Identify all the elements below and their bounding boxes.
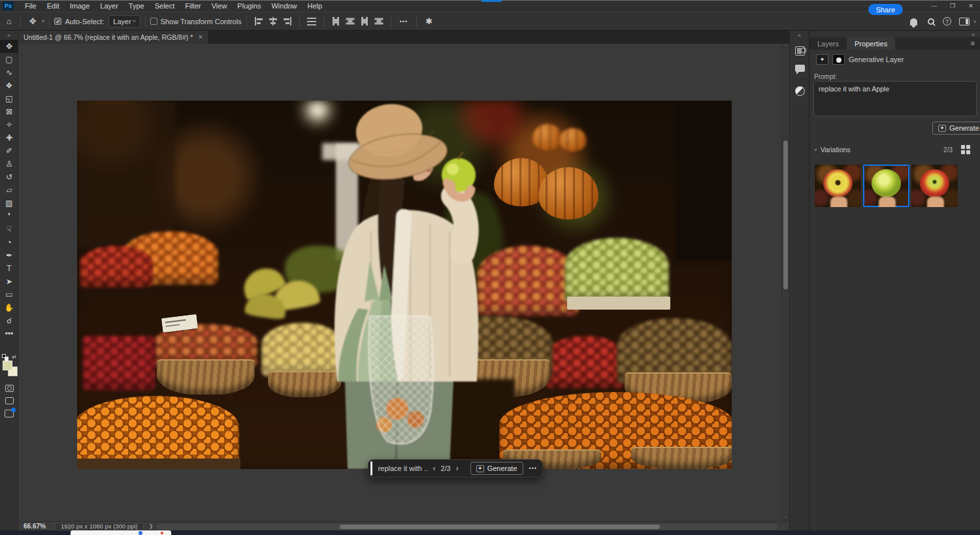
edit-in-app-button[interactable] <box>0 407 18 419</box>
tool-button[interactable]: ➤ <box>0 275 18 288</box>
menu-item[interactable]: View <box>207 1 232 11</box>
tab-layers[interactable]: Layers <box>809 37 847 50</box>
auto-select-checkbox[interactable]: ✓ <box>54 18 61 25</box>
tool-button[interactable]: ∿ <box>0 66 18 79</box>
document-tab[interactable]: Untitled-1 @ 66.7% (replace it with an A… <box>18 31 209 44</box>
prompt-textarea[interactable]: replace it with an Apple <box>813 81 977 116</box>
menu-item[interactable]: File <box>20 1 41 11</box>
menu-item[interactable]: Type <box>124 1 149 11</box>
tool-button[interactable]: ▭ <box>0 288 18 301</box>
gear-icon[interactable]: ✱ <box>421 16 436 26</box>
comments-panel-button[interactable] <box>790 59 809 76</box>
canvas-image[interactable] <box>77 101 732 469</box>
panel-menu-icon[interactable]: ≡ <box>971 39 975 47</box>
tool-button[interactable]: ✐ <box>0 144 18 157</box>
screen-mode-button[interactable] <box>0 395 18 407</box>
canvas-area[interactable] <box>18 44 789 521</box>
more-options-icon[interactable]: ••• <box>529 465 537 472</box>
tool-button[interactable]: ❖ <box>0 79 18 92</box>
distribute-left-icon[interactable] <box>331 17 340 25</box>
tool-button[interactable]: ◔ <box>0 236 18 249</box>
align-right-icon[interactable] <box>283 17 292 25</box>
tool-button[interactable]: ☌ <box>0 314 18 327</box>
distribute-right-icon[interactable] <box>360 17 369 25</box>
home-icon[interactable]: ⌂ <box>3 16 16 26</box>
auto-select-target-dropdown[interactable]: Layer ˅ <box>108 15 140 27</box>
swap-colors-icon[interactable]: ⇄ <box>12 354 16 360</box>
help-icon[interactable]: ? <box>943 17 951 25</box>
workspace-panel-icon[interactable] <box>959 18 970 25</box>
notifications-bell-icon[interactable] <box>910 18 917 25</box>
variations-header[interactable]: ˅ Variations 2/3 <box>814 146 976 154</box>
restore-button[interactable]: ❐ <box>943 0 962 12</box>
close-button[interactable]: ✕ <box>962 0 980 12</box>
drag-handle[interactable] <box>370 461 372 476</box>
tool-button[interactable]: ✚ <box>0 131 18 144</box>
history-panel-button[interactable] <box>790 42 809 59</box>
zoom-level[interactable]: 66.67% <box>24 523 46 530</box>
status-chevron-icon[interactable]: ❯ <box>149 523 154 529</box>
minimize-button[interactable]: — <box>925 0 943 12</box>
tool-button[interactable]: ••• <box>0 327 18 340</box>
variation-thumbnail-2-selected[interactable] <box>863 165 909 207</box>
menu-item[interactable]: Select <box>150 1 180 11</box>
menu-item[interactable]: Plugins <box>233 1 265 11</box>
generative-layer-row[interactable]: ✦ Generative Layer <box>816 54 904 65</box>
photoshop-logo[interactable]: Ps <box>3 1 14 10</box>
contextual-taskbar[interactable]: replace it with ... ‹ 2/3 › ✦ Generate •… <box>368 459 543 478</box>
tool-preset-caret[interactable]: ˅ <box>42 18 45 24</box>
tool-button[interactable]: T <box>0 262 18 275</box>
tool-button[interactable]: ☟ <box>0 223 18 236</box>
tool-button[interactable]: ✒ <box>0 249 18 262</box>
tool-button[interactable]: ◱ <box>0 92 18 105</box>
distribute-top-icon[interactable] <box>346 17 354 26</box>
variation-thumbnail-1[interactable] <box>815 165 861 207</box>
tool-button[interactable]: ✥ <box>0 40 18 53</box>
menu-item[interactable]: Help <box>303 1 327 11</box>
prompt-preview[interactable]: replace it with ... <box>378 464 428 472</box>
tool-button[interactable]: ✋ <box>0 301 18 314</box>
vertical-scrollbar[interactable]: ˆ ˇ <box>781 44 789 521</box>
horizontal-scroll-thumb[interactable] <box>340 525 660 529</box>
tool-button[interactable]: ❜ <box>0 210 18 223</box>
close-tab-icon[interactable]: ✕ <box>198 34 203 41</box>
tool-button[interactable]: ⊠ <box>0 105 18 118</box>
next-variation-icon[interactable]: › <box>451 464 464 473</box>
distribute-icon[interactable] <box>307 17 316 25</box>
vertical-scroll-thumb[interactable] <box>783 140 788 289</box>
previous-variation-icon[interactable]: ‹ <box>427 464 440 473</box>
tool-button[interactable]: ↺ <box>0 170 18 184</box>
toolbar-collapse-icon[interactable]: » <box>0 31 18 40</box>
quick-mask-button[interactable] <box>0 382 18 395</box>
search-icon[interactable] <box>928 18 934 25</box>
tab-properties[interactable]: Properties <box>847 37 895 50</box>
color-swatches[interactable]: ⇄ <box>2 354 16 380</box>
menu-item[interactable]: Image <box>65 1 95 11</box>
menu-item[interactable]: Window <box>267 1 301 11</box>
align-center-icon[interactable] <box>269 17 278 25</box>
more-options-icon[interactable]: ••• <box>396 18 412 25</box>
tool-button[interactable]: ▧ <box>0 197 18 210</box>
layer-mask-thumbnail[interactable] <box>832 54 845 65</box>
tool-button[interactable]: ▱ <box>0 184 18 197</box>
foreground-color-swatch[interactable] <box>3 361 12 370</box>
tool-button[interactable]: ♙ <box>0 157 18 170</box>
generate-button[interactable]: ✦ Generate <box>470 462 523 475</box>
distribute-bottom-icon[interactable] <box>374 17 383 26</box>
horizontal-scrollbar[interactable] <box>157 524 777 530</box>
align-left-icon[interactable] <box>254 17 263 25</box>
menu-item[interactable]: Edit <box>42 1 64 11</box>
panel-generate-button[interactable]: ✦ Generate <box>932 122 980 135</box>
variation-thumbnail-3[interactable] <box>911 165 958 207</box>
share-button[interactable]: Share <box>868 4 903 15</box>
menu-item[interactable]: Layer <box>95 1 123 11</box>
chevron-down-icon[interactable]: ˅ <box>973 20 976 24</box>
show-transform-checkbox[interactable] <box>150 18 157 25</box>
adjustments-panel-button[interactable] <box>790 82 809 99</box>
grid-view-icon[interactable] <box>961 145 971 154</box>
expand-panels-icon[interactable]: « <box>790 31 809 42</box>
menu-item[interactable]: Filter <box>180 1 205 11</box>
tool-button[interactable]: ▢ <box>0 53 18 66</box>
move-tool-icon[interactable]: ✥ <box>25 16 41 26</box>
tool-button[interactable]: ✧ <box>0 118 18 131</box>
